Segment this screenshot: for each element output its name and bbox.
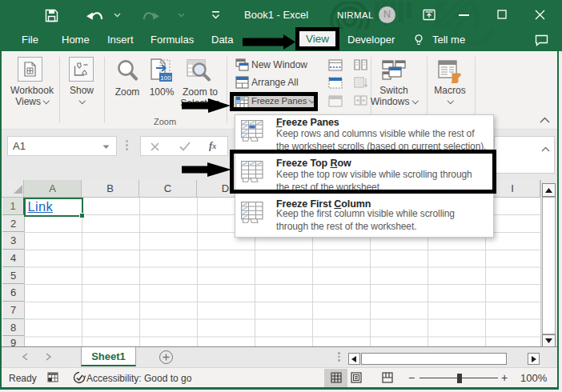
svg-text:100: 100	[160, 74, 171, 82]
